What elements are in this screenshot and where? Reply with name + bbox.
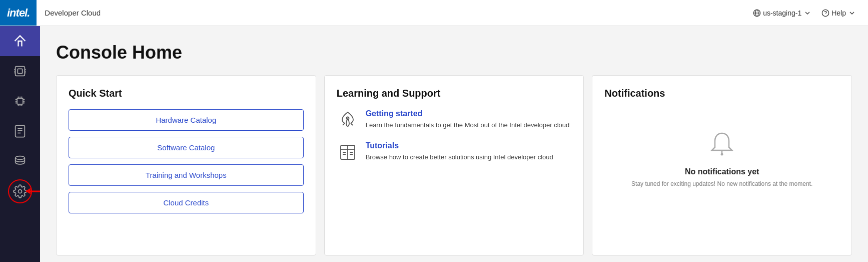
chip-icon [13, 94, 27, 108]
no-notifications-title: No notifications yet [685, 167, 759, 176]
getting-started-text: Getting started Learn the fundamentals t… [366, 109, 570, 130]
notifications-card: Notifications No notifications yet Stay … [592, 75, 852, 255]
quick-start-card: Quick Start Hardware Catalog Software Ca… [56, 75, 316, 255]
sidebar-item-docs[interactable] [0, 116, 40, 146]
quick-start-heading: Quick Start [69, 88, 304, 99]
database-icon [13, 154, 27, 168]
getting-started-title: Getting started [366, 109, 570, 118]
sidebar-item-database[interactable] [0, 146, 40, 176]
tutorials-desc: Browse how to create better solutions us… [366, 152, 553, 162]
svg-point-31 [19, 190, 22, 193]
topbar-right: us-staging-1 Help [753, 9, 856, 17]
learning-support-card: Learning and Support Getting started Lea… [324, 75, 584, 255]
chevron-down-icon [848, 9, 856, 17]
software-catalog-button[interactable]: Software Catalog [69, 137, 304, 158]
tutorials-title: Tutorials [366, 141, 553, 150]
docs-icon [13, 124, 27, 138]
intel-logo: intel. [0, 0, 37, 26]
notifications-heading: Notifications [604, 88, 839, 99]
bell-icon [707, 129, 737, 161]
tutorials-text: Tutorials Browse how to create better so… [366, 141, 553, 162]
topbar: intel. Developer Cloud us-staging-1 Help [0, 0, 868, 26]
svg-point-30 [16, 156, 25, 160]
getting-started-item[interactable]: Getting started Learn the fundamentals t… [337, 109, 572, 131]
help-menu[interactable]: Help [821, 9, 856, 17]
sidebar [0, 26, 40, 262]
page-title: Console Home [56, 42, 852, 63]
sidebar-item-hardware[interactable] [0, 56, 40, 86]
cloud-credits-button[interactable]: Cloud Credits [69, 192, 304, 213]
settings-icon [13, 184, 27, 198]
svg-rect-6 [18, 69, 22, 73]
help-label: Help [831, 9, 846, 17]
training-workshops-button[interactable]: Training and Workshops [69, 164, 304, 186]
notifications-empty-state: No notifications yet Stay tuned for exci… [604, 109, 839, 188]
help-icon [821, 9, 829, 17]
sidebar-item-home[interactable] [0, 26, 40, 56]
svg-rect-26 [16, 125, 25, 137]
no-notifications-subtitle: Stay tuned for exciting updates! No new … [631, 179, 812, 188]
region-selector[interactable]: us-staging-1 [753, 9, 811, 17]
getting-started-desc: Learn the fundamentals to get the Most o… [366, 120, 570, 130]
tutorials-item[interactable]: Tutorials Browse how to create better so… [337, 141, 572, 163]
globe-icon [753, 9, 761, 17]
app-title: Developer Cloud [45, 9, 101, 17]
svg-point-35 [721, 153, 723, 156]
sidebar-item-chip[interactable] [0, 86, 40, 116]
svg-rect-13 [17, 98, 23, 104]
cards-row: Quick Start Hardware Catalog Software Ca… [56, 75, 852, 255]
hardware-catalog-button[interactable]: Hardware Catalog [69, 109, 304, 131]
main-layout: Console Home Quick Start Hardware Catalo… [0, 26, 868, 262]
hardware-icon [13, 64, 27, 78]
book-icon [337, 141, 359, 163]
chevron-down-icon [803, 9, 811, 17]
svg-rect-5 [16, 67, 25, 76]
learning-heading: Learning and Support [337, 88, 572, 99]
rocket-icon [337, 109, 359, 131]
content-area: Console Home Quick Start Hardware Catalo… [40, 26, 868, 262]
sidebar-item-settings[interactable] [0, 176, 40, 206]
home-icon [13, 34, 27, 48]
topbar-left: intel. Developer Cloud [0, 0, 101, 26]
region-label: us-staging-1 [763, 9, 801, 17]
